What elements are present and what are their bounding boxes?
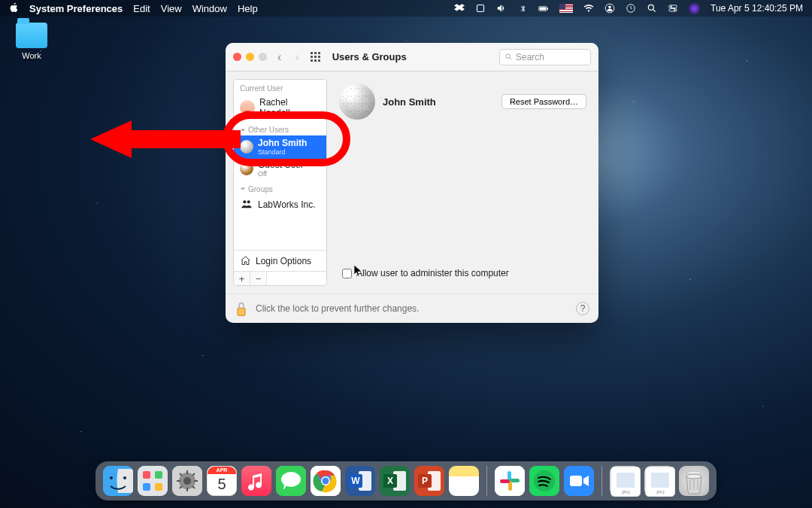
sidebar-group-labworks[interactable]: LabWorks Inc. [234, 195, 326, 215]
svg-point-10 [671, 6, 672, 8]
svg-text:P: P [422, 476, 428, 486]
menubar-app-name[interactable]: System Preferences [29, 3, 123, 14]
svg-text:JPG: JPG [656, 490, 665, 494]
svg-point-22 [243, 200, 246, 203]
svg-rect-15 [311, 56, 313, 58]
dock-trash[interactable] [679, 466, 709, 496]
dock-recent-doc-1[interactable]: JPG [610, 466, 640, 496]
dock-excel[interactable]: X [380, 466, 410, 496]
dock-notes[interactable] [449, 466, 479, 496]
svg-rect-70 [651, 473, 669, 488]
svg-rect-13 [314, 52, 317, 54]
zoom-window-button[interactable] [259, 53, 267, 61]
window-title: Users & Groups [332, 51, 407, 62]
sidebar-user-guest[interactable]: Guest User Off [234, 159, 326, 181]
svg-rect-57 [495, 466, 525, 496]
chevron-down-icon [240, 127, 246, 133]
dock-spotify[interactable] [529, 466, 559, 496]
svg-point-11 [674, 9, 675, 11]
apple-menu[interactable] [9, 2, 19, 15]
allow-admin-checkbox[interactable] [342, 269, 352, 278]
forward-button[interactable]: › [292, 50, 301, 64]
svg-point-72 [686, 474, 701, 479]
menubar-window[interactable]: Window [192, 3, 227, 14]
spotlight-icon[interactable] [647, 3, 657, 14]
reset-password-button[interactable]: Reset Password… [501, 94, 586, 109]
groups-header[interactable]: Groups [234, 181, 326, 195]
chevron-down-icon [240, 186, 246, 192]
dock-separator [601, 466, 602, 496]
svg-rect-65 [570, 476, 582, 486]
svg-rect-8 [669, 5, 677, 8]
dock-launchpad[interactable] [138, 466, 168, 496]
user-avatar[interactable] [339, 84, 375, 120]
dock-slack[interactable] [495, 466, 525, 496]
siri-icon[interactable] [689, 3, 700, 14]
home-icon [240, 255, 251, 266]
sidebar-current-user[interactable]: Rachel Needell [234, 94, 326, 121]
dock: APR5 W X P JPG JPG [95, 461, 717, 500]
control-center-icon[interactable] [668, 3, 678, 14]
sidebar-user-role: Standard [258, 149, 307, 156]
battery-icon[interactable] [538, 3, 549, 14]
avatar-icon [240, 162, 253, 175]
other-users-header[interactable]: Other Users [234, 121, 326, 135]
user-fullname: John Smith [383, 96, 436, 108]
show-all-button[interactable] [310, 51, 322, 63]
dock-system-preferences[interactable] [172, 466, 202, 496]
menubar-view[interactable]: View [161, 3, 182, 14]
dock-chrome[interactable] [311, 466, 341, 496]
sidebar-user-name: Guest User [258, 160, 304, 171]
wifi-icon[interactable] [583, 3, 594, 14]
svg-point-23 [247, 200, 250, 203]
dock-music[interactable] [241, 466, 271, 496]
svg-rect-16 [314, 56, 317, 58]
menubar-edit[interactable]: Edit [133, 3, 150, 14]
user-menu-icon[interactable] [604, 3, 615, 14]
svg-point-44 [323, 478, 329, 485]
add-user-button[interactable]: + [234, 272, 250, 285]
help-button[interactable]: ? [576, 302, 589, 315]
svg-marker-26 [90, 120, 241, 158]
bluetooth-icon[interactable] [517, 3, 528, 14]
battery-widget-icon[interactable] [475, 3, 486, 14]
lock-icon[interactable] [235, 300, 248, 317]
svg-point-5 [608, 6, 611, 9]
dock-messages[interactable] [276, 466, 306, 496]
users-groups-window: ‹ › Users & Groups Search Current User R… [226, 43, 598, 323]
svg-rect-31 [143, 471, 150, 479]
svg-rect-34 [155, 483, 162, 491]
dropbox-icon[interactable] [454, 3, 465, 14]
back-button[interactable]: ‹ [274, 50, 284, 64]
avatar-icon [240, 140, 253, 154]
dock-zoom[interactable] [564, 466, 594, 496]
svg-rect-19 [314, 59, 317, 62]
svg-point-7 [648, 5, 653, 10]
current-user-header: Current User [234, 80, 326, 94]
dock-powerpoint[interactable]: P [414, 466, 444, 496]
minimize-window-button[interactable] [246, 53, 254, 61]
svg-rect-12 [311, 52, 313, 54]
clock-icon[interactable] [626, 3, 636, 14]
search-input[interactable]: Search [499, 49, 591, 65]
desktop-folder-work[interactable]: Work [11, 23, 53, 60]
dock-recent-doc-2[interactable]: JPG [644, 466, 674, 496]
svg-rect-18 [311, 59, 313, 62]
group-name: LabWorks Inc. [258, 199, 315, 210]
current-user-name: Rachel Needell [259, 97, 320, 118]
menubar-clock[interactable]: Tue Apr 5 12:40:25 PM [710, 3, 803, 14]
menubar-help[interactable]: Help [238, 3, 258, 14]
close-window-button[interactable] [233, 53, 241, 61]
dock-calendar[interactable]: APR5 [207, 466, 237, 496]
sidebar-user-john-smith[interactable]: John Smith Standard [234, 135, 326, 159]
remove-user-button[interactable]: − [250, 272, 267, 285]
search-placeholder: Search [516, 52, 544, 62]
volume-icon[interactable] [496, 3, 507, 14]
login-options-button[interactable]: Login Options [234, 250, 326, 271]
dock-word[interactable]: W [345, 466, 375, 496]
dock-finder[interactable] [103, 466, 133, 496]
svg-rect-25 [238, 309, 244, 315]
svg-text:X: X [387, 476, 393, 486]
flag-icon[interactable] [559, 4, 573, 13]
svg-rect-32 [155, 471, 162, 479]
